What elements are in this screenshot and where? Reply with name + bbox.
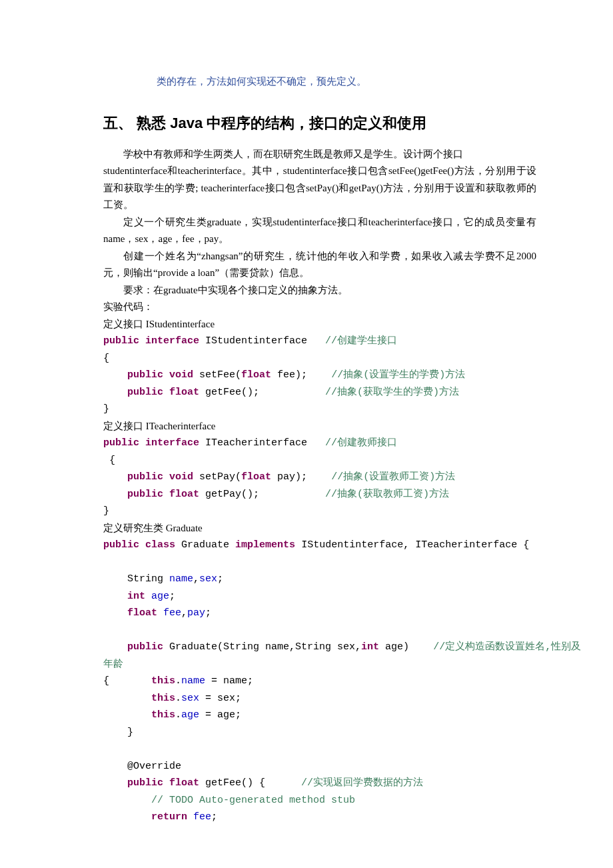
paragraph-1b: studentinterface和teacherinterface。其中，stu… xyxy=(103,163,536,214)
label-experiment-code: 实验代码： xyxy=(103,299,536,316)
paragraph-3: 创建一个姓名为“zhangsan”的研究生，统计他的年收入和学费，如果收入减去学… xyxy=(103,248,536,282)
paragraph-1a: 学校中有教师和学生两类人，而在职研究生既是教师又是学生。设计两个接口 xyxy=(103,146,536,163)
section-heading: 五、 熟悉 Java 中程序的结构，接口的定义和使用 xyxy=(103,111,536,135)
paragraph-4: 要求：在graduate中实现各个接口定义的抽象方法。 xyxy=(103,282,536,299)
code-teacher-interface: public interface ITeacherinterface //创建教… xyxy=(103,435,536,520)
label-student-interface: 定义接口 IStudentinterface xyxy=(103,316,536,333)
code-student-interface: public interface IStudentinterface //创建学… xyxy=(103,333,536,418)
paragraph-2: 定义一个研究生类graduate，实现studentinterface接口和te… xyxy=(103,214,536,248)
label-graduate-class: 定义研究生类 Graduate xyxy=(103,520,536,537)
code-comment-continuation: 年龄 xyxy=(103,656,536,673)
code-graduate-class: public class Graduate implements IStuden… xyxy=(103,537,536,656)
top-note-text: 类的存在，方法如何实现还不确定，预先定义。 xyxy=(157,73,536,91)
label-teacher-interface: 定义接口 ITeacherinterface xyxy=(103,418,536,435)
code-graduate-body: { this.name = name; this.sex = sex; this… xyxy=(103,673,536,826)
